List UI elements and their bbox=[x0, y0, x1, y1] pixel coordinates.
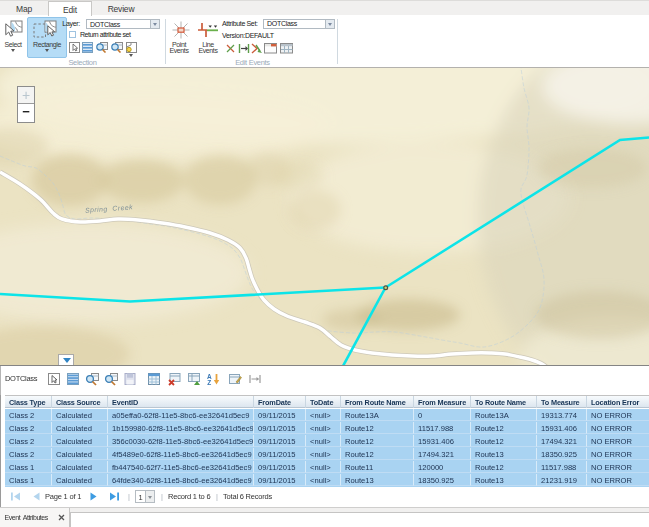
svg-text:Z: Z bbox=[207, 379, 211, 386]
